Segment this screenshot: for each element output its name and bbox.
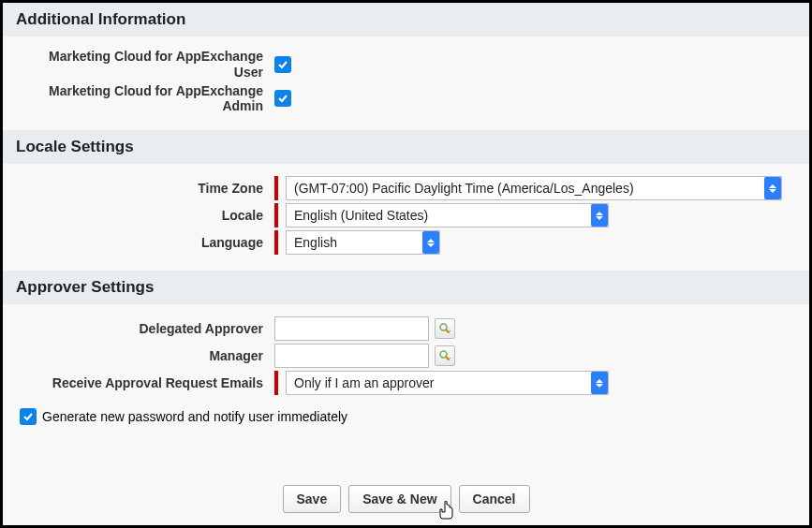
section-header-locale: Locale Settings — [3, 130, 809, 164]
required-indicator — [274, 203, 278, 227]
chevron-updown-icon — [591, 204, 608, 227]
section-header-approver: Approver Settings — [3, 271, 809, 304]
delegated-approver-input[interactable] — [274, 316, 429, 341]
marketing-user-checkbox[interactable] — [274, 56, 291, 73]
svg-point-3 — [440, 351, 447, 358]
chevron-updown-icon — [591, 372, 608, 394]
timezone-value: (GMT-07:00) Pacific Daylight Time (Ameri… — [287, 177, 764, 199]
section-body-locale: Time Zone (GMT-07:00) Pacific Daylight T… — [3, 164, 809, 271]
marketing-admin-label: Marketing Cloud for AppExchange Admin — [20, 83, 263, 115]
language-label: Language — [3, 235, 274, 251]
manager-label: Manager — [3, 348, 274, 364]
svg-point-0 — [440, 324, 447, 330]
required-indicator — [274, 371, 278, 395]
locale-select[interactable]: English (United States) — [286, 203, 609, 227]
required-indicator — [274, 176, 278, 200]
approval-emails-select[interactable]: Only if I am an approver — [286, 371, 609, 395]
marketing-admin-checkbox[interactable] — [274, 90, 291, 107]
section-header-additional: Additional Information — [3, 3, 809, 37]
marketing-user-label: Marketing Cloud for AppExchange User — [20, 49, 263, 81]
required-indicator — [274, 230, 278, 255]
delegated-approver-lookup-button[interactable] — [435, 318, 455, 339]
checkmark-icon — [277, 93, 288, 104]
chevron-updown-icon — [422, 231, 439, 254]
timezone-label: Time Zone — [3, 181, 274, 197]
save-button[interactable]: Save — [283, 485, 342, 513]
cancel-button[interactable]: Cancel — [459, 485, 530, 513]
lookup-icon — [438, 322, 451, 335]
generate-password-checkbox[interactable] — [20, 408, 37, 425]
checkmark-icon — [22, 411, 34, 422]
user-edit-form: Additional Information Marketing Cloud f… — [0, 0, 812, 528]
manager-input[interactable] — [274, 344, 429, 368]
section-body-additional: Marketing Cloud for AppExchange User Mar… — [3, 37, 809, 130]
language-value: English — [287, 231, 422, 254]
manager-lookup-button[interactable] — [435, 345, 455, 366]
lookup-icon — [438, 349, 451, 362]
approval-emails-value: Only if I am an approver — [287, 372, 591, 394]
chevron-updown-icon — [764, 177, 781, 199]
approval-emails-label: Receive Approval Request Emails — [3, 375, 274, 391]
generate-password-label: Generate new password and notify user im… — [42, 409, 347, 424]
locale-value: English (United States) — [287, 204, 591, 227]
checkmark-icon — [277, 59, 288, 70]
save-new-button[interactable]: Save & New — [348, 485, 450, 513]
section-body-approver: Delegated Approver Manager — [3, 304, 809, 438]
timezone-select[interactable]: (GMT-07:00) Pacific Daylight Time (Ameri… — [286, 176, 782, 200]
locale-label: Locale — [3, 208, 274, 224]
form-button-row: Save Save & New Cancel — [3, 476, 809, 522]
delegated-approver-label: Delegated Approver — [3, 321, 274, 337]
language-select[interactable]: English — [286, 230, 440, 255]
